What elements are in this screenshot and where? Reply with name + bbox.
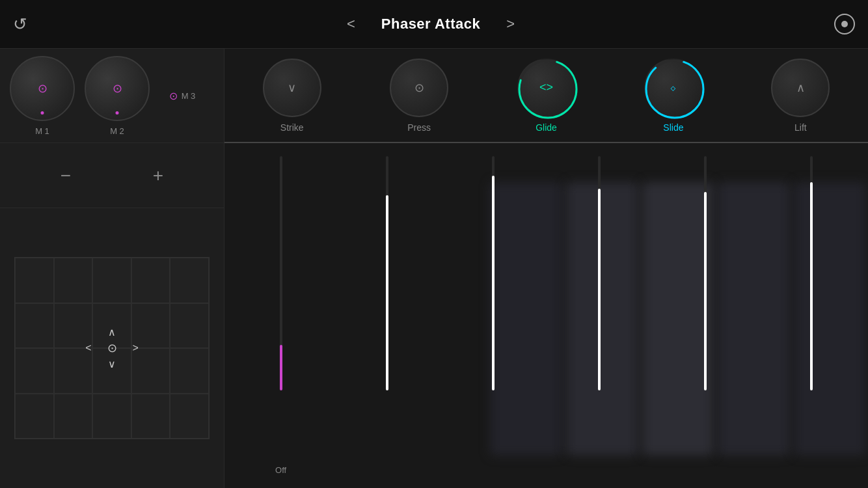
- sliders-area: Off: [224, 143, 868, 488]
- slider-0-track[interactable]: [280, 156, 282, 390]
- macro-m2-knob: ⊙: [85, 56, 150, 121]
- tab-glide-icon: <>: [539, 81, 553, 94]
- slider-0: Off: [228, 150, 334, 488]
- dpad-right-button[interactable]: >: [133, 342, 139, 354]
- macro-m1-dot: [41, 111, 44, 115]
- macro-m1-knob: ⊙: [10, 56, 75, 121]
- macro-m2-dot: [116, 111, 119, 115]
- macro-row: ⊙ M 1 ⊙ M 2 ⊙ M 3: [0, 49, 224, 143]
- tab-lift-knob: ∧: [771, 59, 830, 117]
- slider-3-track[interactable]: [598, 156, 601, 390]
- dpad-middle-row: < ⊙ >: [85, 341, 139, 355]
- tab-press-knob: ⊙: [390, 59, 448, 117]
- main-content: ⊙ M 1 ⊙ M 2 ⊙ M 3 − +: [0, 49, 868, 488]
- tab-glide-label: Glide: [536, 122, 557, 133]
- dpad-down-button[interactable]: ∨: [108, 358, 116, 370]
- tab-lift-label: Lift: [794, 122, 807, 133]
- grid-cell[interactable]: [54, 258, 93, 303]
- dpad-down-row: ∨: [108, 358, 116, 370]
- grid-cell[interactable]: [131, 258, 170, 303]
- slider-4-track[interactable]: [704, 156, 707, 390]
- tab-press-label: Press: [407, 122, 431, 133]
- slider-2: [440, 150, 546, 488]
- slider-2-handle: [492, 176, 495, 390]
- tab-slide-label: Slide: [663, 122, 683, 133]
- macro-m1[interactable]: ⊙ M 1: [7, 56, 78, 136]
- title-area: Phaser Attack: [381, 16, 480, 33]
- slider-1-track[interactable]: [386, 156, 388, 390]
- slider-0-label: Off: [275, 465, 286, 475]
- macro-m3-label: M 3: [182, 91, 196, 101]
- slider-3-handle: [598, 189, 601, 390]
- page-title: Phaser Attack: [381, 16, 480, 32]
- grid-cell[interactable]: [54, 394, 93, 439]
- undo-icon[interactable]: ↺: [13, 14, 27, 34]
- slider-5-track[interactable]: [810, 156, 813, 390]
- top-bar-nav: < Phaser Attack >: [347, 16, 515, 33]
- macro-m1-icon: ⊙: [38, 81, 47, 96]
- dpad-up-row: ∧: [108, 326, 116, 338]
- minus-button[interactable]: −: [61, 165, 71, 186]
- tab-strike-label: Strike: [280, 122, 304, 133]
- tab-press[interactable]: ⊙ Press: [358, 59, 480, 133]
- tab-lift[interactable]: ∧ Lift: [740, 59, 861, 133]
- controls-row: − +: [0, 143, 224, 208]
- macro-m2-icon: ⊙: [113, 81, 122, 96]
- tabs-row: ∨ Strike ⊙ Press <>: [224, 49, 868, 143]
- tab-lift-icon: ∧: [796, 81, 805, 95]
- tab-strike[interactable]: ∨ Strike: [231, 59, 353, 133]
- macro-m3[interactable]: ⊙ M 3: [156, 90, 208, 102]
- dpad-left-button[interactable]: <: [85, 342, 91, 354]
- dpad-up-button[interactable]: ∧: [108, 326, 116, 338]
- grid-cell[interactable]: [170, 394, 209, 439]
- slider-3: [547, 150, 653, 488]
- back-button[interactable]: <: [347, 16, 355, 33]
- record-button[interactable]: [834, 14, 855, 34]
- grid-cell[interactable]: [170, 303, 209, 349]
- slider-1-handle: [386, 195, 388, 390]
- tab-slide-knob: ⬦: [644, 59, 703, 117]
- grid-cell[interactable]: [170, 348, 209, 394]
- left-panel: ⊙ M 1 ⊙ M 2 ⊙ M 3 − +: [0, 49, 224, 488]
- tab-slide[interactable]: ⬦ Slide: [612, 59, 734, 133]
- tab-glide[interactable]: <> Glide: [485, 59, 607, 133]
- tab-strike-icon: ∨: [288, 81, 296, 95]
- tab-glide-knob: <>: [517, 59, 576, 117]
- slider-0-handle: [280, 345, 282, 390]
- plus-button[interactable]: +: [153, 165, 163, 186]
- macro-m2[interactable]: ⊙ M 2: [81, 56, 153, 136]
- dpad-center-icon[interactable]: ⊙: [107, 341, 117, 355]
- top-bar: ↺ < Phaser Attack >: [0, 0, 868, 49]
- slider-1: [334, 150, 440, 488]
- grid-cell[interactable]: [15, 394, 54, 439]
- slider-4-handle: [704, 192, 707, 390]
- macro-m1-label: M 1: [35, 126, 49, 136]
- right-panel: ∨ Strike ⊙ Press <>: [224, 49, 868, 488]
- macro-m2-label: M 2: [110, 126, 124, 136]
- grid-area: ∧ < ⊙ > ∨: [0, 208, 224, 488]
- grid-cell[interactable]: [15, 258, 54, 303]
- slider-2-track[interactable]: [492, 156, 495, 390]
- tab-press-icon: ⊙: [414, 81, 424, 95]
- dpad: ∧ < ⊙ > ∨: [85, 326, 139, 370]
- slider-5-handle: [810, 182, 813, 390]
- slider-5: [759, 150, 865, 488]
- grid-cell[interactable]: [131, 394, 170, 439]
- grid-cell[interactable]: [15, 348, 54, 394]
- grid-cell[interactable]: [15, 303, 54, 349]
- top-bar-left: ↺: [13, 14, 27, 34]
- grid-cell[interactable]: [92, 394, 131, 439]
- forward-button[interactable]: >: [506, 16, 515, 33]
- tab-strike-knob: ∨: [263, 59, 321, 117]
- slider-4: [653, 150, 759, 488]
- tab-slide-icon: ⬦: [670, 81, 677, 94]
- grid-cell[interactable]: [92, 258, 131, 303]
- grid-cell[interactable]: [170, 258, 209, 303]
- record-dot: [841, 21, 848, 27]
